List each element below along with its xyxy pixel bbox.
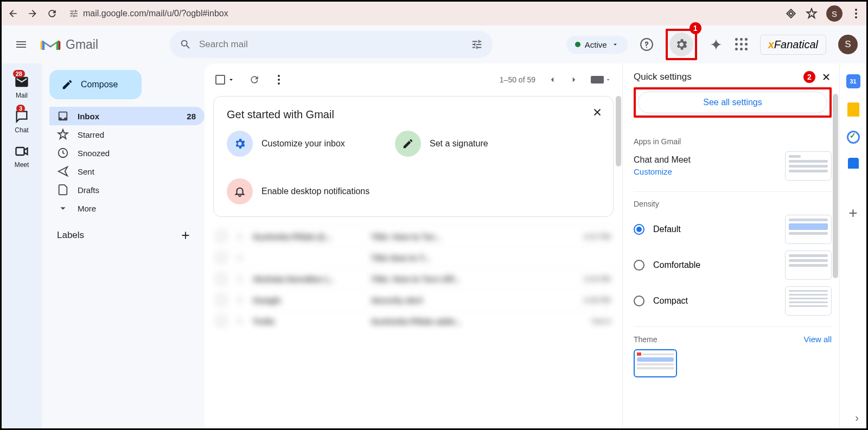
nav-more[interactable]: More xyxy=(49,199,205,217)
gemini-icon[interactable] xyxy=(709,37,723,52)
mail-badge: 28 xyxy=(13,70,25,78)
email-row[interactable]: ☆TrelloSushmita Pillale adde...Feb 8 xyxy=(213,310,614,331)
back-icon[interactable] xyxy=(7,8,19,20)
chevron-down-icon xyxy=(57,202,69,214)
labels-header: Labels xyxy=(49,217,205,241)
next-page-icon[interactable] xyxy=(569,75,579,85)
nav-drafts[interactable]: Drafts xyxy=(49,181,205,199)
close-icon[interactable] xyxy=(821,72,832,82)
prev-page-icon[interactable] xyxy=(547,75,557,85)
chat-and-meet-label: Chat and Meet xyxy=(634,155,691,165)
customize-inbox-button[interactable]: Customize your inbox xyxy=(227,131,373,157)
google-apps-icon[interactable] xyxy=(735,38,748,51)
meet-icon xyxy=(14,144,29,159)
rail-meet[interactable]: Meet xyxy=(14,144,29,169)
quick-settings-title: Quick settings xyxy=(634,72,798,82)
more-actions-icon[interactable] xyxy=(274,75,284,85)
set-signature-button[interactable]: Set a signature xyxy=(395,131,541,157)
refresh-icon[interactable] xyxy=(249,74,260,85)
browser-menu-icon[interactable] xyxy=(851,9,861,18)
gear-icon xyxy=(674,37,688,52)
email-row[interactable]: ☆Sushmita Pillale (2...Title: How to Tur… xyxy=(213,226,614,247)
calendar-addon-icon[interactable]: 31 xyxy=(846,74,860,88)
density-compact[interactable]: Compact xyxy=(634,296,688,306)
svg-rect-1 xyxy=(789,11,793,16)
enable-notifications-button[interactable]: Enable desktop notifications xyxy=(227,178,373,204)
get-started-card: Get started with Gmail Customize your in… xyxy=(213,96,614,217)
site-info-icon[interactable] xyxy=(69,9,79,18)
density-comfortable[interactable]: Comfortable xyxy=(634,260,700,271)
inbox-icon xyxy=(57,110,69,122)
email-row[interactable]: ☆Title How to T... xyxy=(213,247,614,268)
folder-sidebar: Compose Inbox 28 Starred Snoozed Sent xyxy=(42,63,205,428)
customize-link[interactable]: Customize xyxy=(634,167,672,176)
add-label-icon[interactable] xyxy=(180,229,192,241)
search-options-icon[interactable] xyxy=(471,38,483,50)
see-all-settings-highlighted: See all settings xyxy=(634,87,832,118)
keep-addon-icon[interactable] xyxy=(847,102,859,117)
contacts-addon-icon[interactable] xyxy=(848,158,859,169)
main-area: 1–50 of 59 Get started with Gmail Custom… xyxy=(205,63,866,428)
xfanatical-extension[interactable]: xFanatical xyxy=(760,35,826,55)
svg-rect-2 xyxy=(16,147,24,155)
density-default[interactable]: Default xyxy=(634,224,681,235)
nav-starred[interactable]: Starred xyxy=(49,125,205,144)
pencil-icon xyxy=(61,79,73,91)
gmail-logo-text: Gmail xyxy=(66,37,98,52)
account-avatar[interactable]: S xyxy=(838,35,858,54)
gmail-logo[interactable]: Gmail xyxy=(40,36,164,53)
select-all[interactable] xyxy=(215,75,235,85)
nav-sent[interactable]: Sent xyxy=(49,162,205,181)
input-tools[interactable] xyxy=(591,76,611,84)
email-row[interactable]: ☆GoogleSecurity alert2:30 PM xyxy=(213,289,614,310)
search-input[interactable] xyxy=(199,39,463,50)
scrollbar[interactable] xyxy=(616,96,621,166)
scrollbar[interactable] xyxy=(833,94,838,278)
view-all-themes[interactable]: View all xyxy=(804,335,832,344)
apps-preview xyxy=(785,151,832,181)
bookmark-star-icon[interactable] xyxy=(806,8,818,20)
theme-thumbnail[interactable] xyxy=(634,349,677,377)
search-box[interactable] xyxy=(170,31,493,58)
chevron-down-icon xyxy=(605,76,611,83)
chevron-down-icon xyxy=(611,41,619,48)
forward-icon[interactable] xyxy=(27,8,39,20)
keyboard-icon xyxy=(591,76,604,84)
browser-avatar[interactable]: S xyxy=(826,5,843,22)
hide-sidepanel-icon[interactable]: › xyxy=(855,412,859,424)
get-addons-icon[interactable]: + xyxy=(848,204,857,222)
browser-toolbar: mail.google.com/mail/u/0/?ogbl#inbox S xyxy=(2,2,866,25)
status-text: Active xyxy=(585,40,607,49)
nav-inbox[interactable]: Inbox 28 xyxy=(49,107,205,125)
side-panel: 31 + xyxy=(839,63,866,428)
rail-mail[interactable]: 28 Mail xyxy=(14,74,29,99)
chat-status-chip[interactable]: Active xyxy=(566,36,628,54)
send-icon xyxy=(57,165,69,177)
compose-button[interactable]: Compose xyxy=(49,70,142,99)
email-row[interactable]: ☆Akshata Darodkar (...Title: How to Turn… xyxy=(213,268,614,289)
address-bar[interactable]: mail.google.com/mail/u/0/?ogbl#inbox xyxy=(66,9,777,18)
app-rail: 28 Mail 3 Chat Meet xyxy=(2,63,42,428)
extensions-icon[interactable] xyxy=(782,5,799,22)
gmail-logo-icon xyxy=(40,36,61,53)
checkbox-icon xyxy=(215,75,225,85)
rail-chat[interactable]: 3 Chat xyxy=(14,109,29,134)
close-icon[interactable] xyxy=(591,106,603,118)
url-text: mail.google.com/mail/u/0/?ogbl#inbox xyxy=(83,9,228,18)
get-started-title: Get started with Gmail xyxy=(227,108,600,121)
nav-snoozed[interactable]: Snoozed xyxy=(49,144,205,162)
settings-button-highlighted[interactable]: 1 xyxy=(666,29,697,60)
quick-settings-panel: Quick settings 2 See all settings Apps i… xyxy=(622,63,839,428)
tasks-addon-icon[interactable] xyxy=(847,131,860,144)
help-icon[interactable] xyxy=(640,37,654,52)
apps-in-gmail-label: Apps in Gmail xyxy=(634,137,832,146)
gear-icon xyxy=(233,137,246,150)
search-icon xyxy=(180,38,192,50)
chat-badge: 3 xyxy=(16,105,25,112)
reload-icon[interactable] xyxy=(46,8,58,20)
mail-toolbar: 1–50 of 59 xyxy=(213,71,614,88)
main-menu-icon[interactable] xyxy=(8,31,34,57)
callout-badge-2: 2 xyxy=(803,71,815,83)
theme-label: Theme xyxy=(634,335,658,344)
see-all-settings-button[interactable]: See all settings xyxy=(638,92,827,113)
